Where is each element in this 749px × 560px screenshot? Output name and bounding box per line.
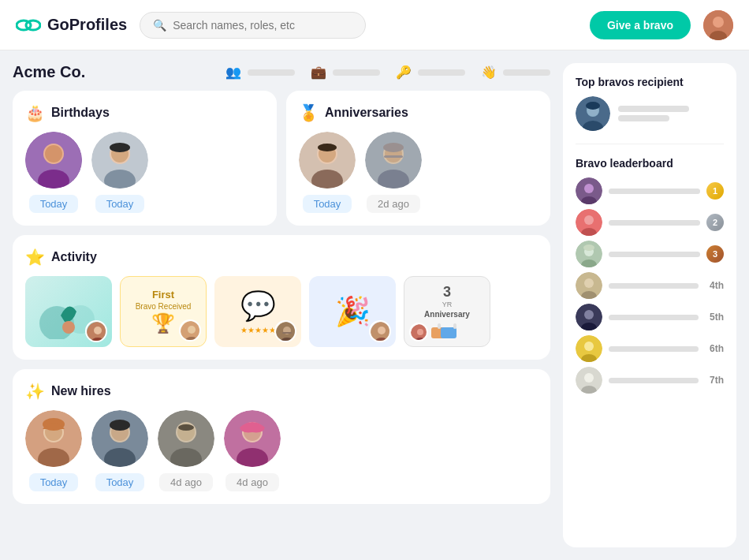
top-bravo-role-bar: [618, 115, 669, 121]
chat-icon: 💬: [240, 289, 276, 323]
anniversary-avatar-1: [299, 132, 356, 189]
activity-avatar-3: [274, 320, 296, 342]
company-name: Acme Co.: [13, 63, 85, 81]
activity-icon: ⭐: [25, 248, 45, 267]
yr-badge: 3 YR: [442, 284, 453, 308]
new-hire-avatar-1: [25, 410, 82, 467]
svg-point-13: [110, 143, 130, 152]
logo: GoProfiles: [16, 13, 127, 38]
lb-name-bar-3: [609, 252, 700, 257]
lb-avatar-7: [576, 367, 602, 394]
leaderboard-divider: [576, 144, 724, 144]
activity-item-5: 3 YR Anniversary: [404, 276, 490, 347]
svg-rect-37: [282, 332, 292, 334]
svg-point-86: [584, 310, 594, 319]
activity-items: First Bravo Received 🏆: [25, 276, 538, 347]
bd-anni-row: 🎂 Birthdays: [13, 91, 550, 226]
activity-avatar-2: [179, 319, 201, 342]
svg-point-32: [188, 326, 196, 334]
new-hire-badge-4: 4d ago: [225, 473, 279, 491]
svg-point-39: [378, 327, 386, 334]
svg-point-83: [584, 278, 594, 288]
svg-point-1: [26, 21, 40, 30]
people-icon: 👥: [225, 65, 241, 80]
leaderboard-item-6: 6th: [576, 335, 724, 362]
lb-rank-7: 7th: [705, 375, 724, 386]
top-bravos-title: Top bravos recipient: [576, 76, 724, 88]
lb-name-bar-7: [609, 378, 699, 383]
birthdays-card: 🎂 Birthdays: [13, 91, 277, 226]
keys-bar: [418, 69, 465, 76]
anniversary-person-1: Today: [299, 132, 356, 213]
anniversary-label: Anniversary: [424, 310, 470, 319]
left-panel: Acme Co. 👥 💼 🔑 👋: [13, 63, 550, 547]
header: GoProfiles 🔍 Give a bravo: [0, 0, 749, 50]
svg-rect-43: [438, 323, 441, 329]
lb-avatar-1: [576, 177, 602, 204]
new-hires-card: ✨ New hires: [13, 369, 550, 504]
anniversary-person-2: 2d ago: [365, 132, 422, 213]
svg-point-81: [583, 245, 594, 251]
svg-point-92: [584, 373, 594, 383]
activity-avatar-5: [409, 323, 428, 342]
activity-item-2: First Bravo Received 🏆: [120, 276, 207, 347]
search-input[interactable]: [173, 19, 352, 32]
anniversary-avatar-2: [365, 132, 422, 189]
first-bravo-subtitle: Bravo Received: [136, 302, 192, 311]
leaderboard-item-4: 4th: [576, 272, 724, 299]
birthday-person-2: Today: [91, 132, 148, 213]
activity-item-3: 💬 ★★★★★: [214, 276, 301, 347]
svg-point-8: [45, 145, 62, 162]
birthday-avatar-1: [25, 132, 82, 189]
leaderboard-item-5: 5th: [576, 304, 724, 330]
people-bar: [248, 69, 295, 76]
new-hires-icon: ✨: [25, 382, 45, 401]
stat-jobs: 💼: [311, 65, 380, 80]
new-hires-title: ✨ New hires: [25, 382, 538, 401]
svg-rect-42: [441, 327, 456, 338]
new-hires-grid: Today Today: [25, 410, 538, 491]
stat-waves: 👋: [481, 65, 550, 80]
top-bravo-avatar: [576, 96, 610, 131]
lb-rank-5: 5th: [705, 312, 724, 323]
activity-item-4: 🎉: [309, 276, 396, 347]
first-bravo-title: First: [152, 289, 174, 301]
medal-gold: 1: [706, 182, 724, 200]
activity-avatar-1: [85, 320, 107, 342]
top-bravo-name-bar: [618, 106, 689, 112]
lb-avatar-3: [576, 241, 602, 267]
anniversary-badge-2: 2d ago: [367, 195, 420, 213]
new-hire-2: Today: [91, 410, 148, 491]
lb-avatar-2: [576, 209, 602, 236]
user-avatar[interactable]: [703, 10, 733, 40]
leaderboard-item-7: 7th: [576, 367, 724, 394]
logo-icon: [16, 13, 41, 38]
give-bravo-button[interactable]: Give a bravo: [590, 11, 691, 39]
lb-name-bar-2: [609, 220, 700, 226]
new-hire-3: 4d ago: [158, 410, 214, 491]
jobs-bar: [333, 69, 380, 76]
svg-point-29: [94, 327, 102, 334]
new-hire-badge-1: Today: [29, 473, 79, 491]
anniversary-icon: 🏅: [299, 103, 319, 122]
new-hire-4: 4d ago: [224, 410, 281, 491]
medal-silver: 2: [706, 214, 724, 231]
top-bravo-info: [618, 106, 689, 121]
lb-avatar-4: [576, 272, 602, 299]
new-hire-avatar-4: [224, 410, 281, 467]
medal-bronze: 3: [706, 245, 724, 263]
waves-bar: [503, 69, 550, 76]
new-hire-1: Today: [25, 410, 82, 491]
stat-items: 👥 💼 🔑 👋: [225, 65, 550, 80]
birthday-icon: 🎂: [25, 103, 45, 122]
search-bar[interactable]: 🔍: [140, 12, 365, 39]
birthdays-title: 🎂 Birthdays: [25, 103, 264, 122]
lb-avatar-6: [576, 335, 602, 362]
lb-name-bar-5: [609, 315, 699, 320]
leaderboard-title: Bravo leaderboard: [576, 157, 724, 170]
svg-point-27: [62, 321, 75, 334]
activity-title: ⭐ Activity: [25, 248, 538, 267]
svg-rect-44: [453, 323, 456, 329]
svg-rect-24: [384, 155, 403, 158]
anniversary-badge-1: Today: [303, 195, 352, 213]
